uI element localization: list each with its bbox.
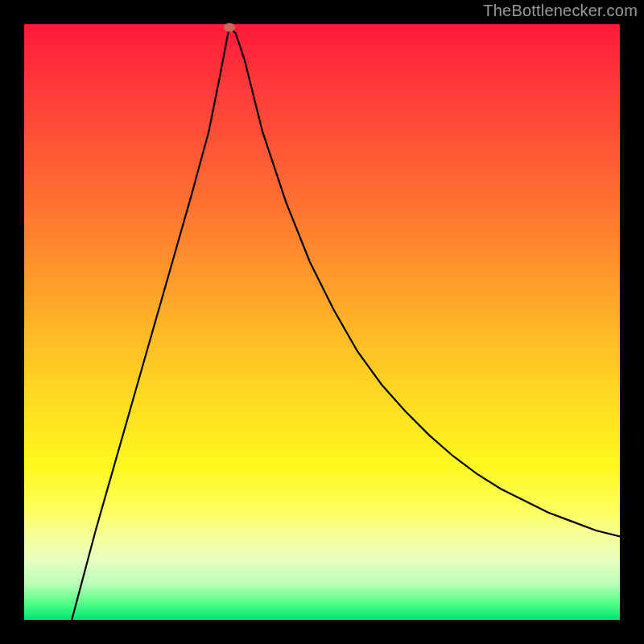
plot-area	[24, 24, 620, 620]
chart-frame: TheBottlenecker.com	[0, 0, 644, 644]
curve-svg	[24, 24, 620, 620]
watermark-text: TheBottlenecker.com	[483, 2, 638, 20]
bottleneck-curve-path	[72, 27, 620, 620]
min-point-marker	[224, 23, 235, 32]
